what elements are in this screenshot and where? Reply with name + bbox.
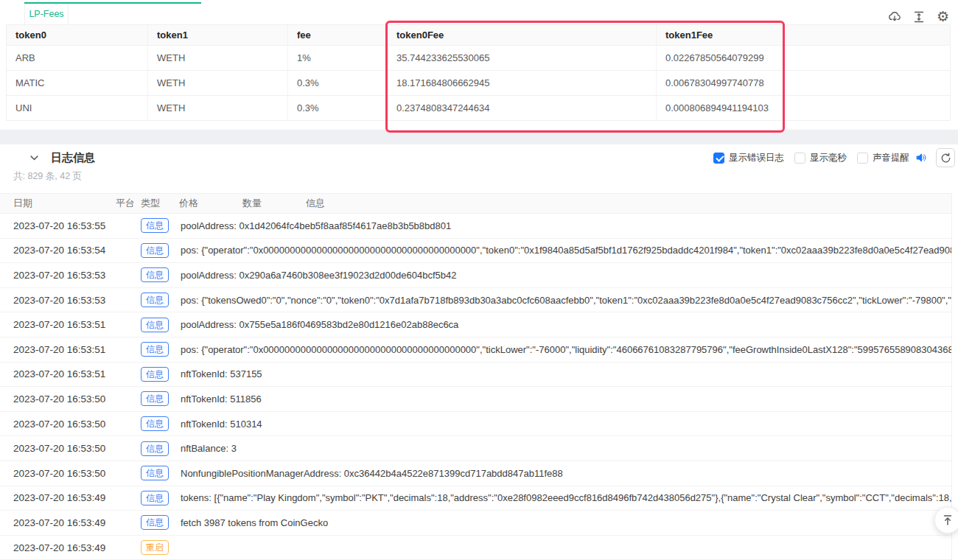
checkbox-label: 声音提醒 [873,152,909,164]
column-header: fee [288,25,388,45]
table-cell: UNI [7,96,148,120]
log-date: 2023-07-20 16:53:50 [0,468,116,479]
log-table: 日期平台类型价格数量信息 2023-07-20 16:53:55信息poolAd… [0,193,952,560]
log-type: 信息 [141,218,181,233]
log-row: 2023-07-20 16:53:51信息pos: {"operator":"0… [0,337,951,363]
refresh-button[interactable] [936,148,955,167]
checkbox-checked[interactable]: 显示错误日志 [713,152,784,164]
column-header: token1 [148,25,288,45]
table-cell: 0.00678304997740778 [657,71,950,95]
table-toolbar: ⚙ [888,10,949,24]
log-row: 2023-07-20 16:53:51信息poolAddress: 0x755e… [0,312,951,337]
log-row: 2023-07-20 16:53:49信息fetch 3987 tokens f… [0,511,951,536]
log-date: 2023-07-20 16:53:51 [0,344,116,355]
log-type: 信息 [141,466,181,480]
log-date: 2023-07-20 16:53:51 [0,368,116,379]
log-count: 共: 829 条, 42 页 [13,170,82,183]
column-header: token0 [7,25,148,45]
tab-lp-fees[interactable]: LP-Fees [24,4,69,24]
log-row: 2023-07-20 16:53:50信息nftBalance: 3 [0,436,951,461]
log-row: 2023-07-20 16:53:50信息NonfungiblePosition… [0,461,951,486]
log-date: 2023-07-20 16:53:54 [0,245,116,256]
lp-fees-table: token0token1feetoken0Feetoken1Fee ARBWET… [6,24,951,121]
checkbox-label: 显示错误日志 [729,152,784,164]
log-message: poolAddress: 0x290a6a7460b308ee3f19023d2… [181,270,951,281]
type-badge: 信息 [141,267,169,282]
tab-bar: LP-Fees ⚙ [0,0,958,24]
column-header: 信息 [306,197,951,210]
log-type: 信息 [141,243,181,258]
log-message: nftTokenId: 511856 [181,393,951,405]
log-date: 2023-07-20 16:53:55 [0,220,116,231]
table-cell: MATIC [7,71,148,95]
table-cell: 18.171684806662945 [388,71,657,95]
type-badge: 信息 [141,243,169,258]
table-cell: 35.744233625530065 [388,46,657,70]
table-row: ARBWETH1%35.7442336255300650.02267850564… [7,46,950,71]
column-header: 日期 [0,197,116,210]
cloud-download-icon[interactable] [888,10,901,24]
type-badge: 信息 [141,218,169,233]
log-row: 2023-07-20 16:53:49重启 [0,536,951,560]
back-to-top-button[interactable] [934,507,958,533]
log-date: 2023-07-20 16:53:49 [0,492,116,503]
table-cell: 0.2374808347244634 [388,96,657,120]
log-type: 信息 [141,491,181,505]
speaker-icon[interactable] [915,152,927,164]
checkbox-box[interactable] [713,153,724,164]
log-message: poolAddress: 0x1d42064fc4beb5f8aaf85f461… [181,220,951,231]
log-type: 信息 [141,318,181,332]
checkbox-unchecked[interactable]: 显示毫秒 [794,152,847,164]
log-type: 信息 [141,515,181,530]
log-row: 2023-07-20 16:53:54信息pos: {"operator":"0… [0,239,951,264]
log-row: 2023-07-20 16:53:49信息tokens: [{"name":"P… [0,486,951,511]
type-badge: 信息 [141,293,169,307]
log-date: 2023-07-20 16:53:49 [0,542,116,553]
log-date: 2023-07-20 16:53:50 [0,443,116,454]
log-date: 2023-07-20 16:53:53 [0,295,116,306]
column-header: 数量 [242,197,306,210]
type-badge: 信息 [141,416,169,431]
log-row: 2023-07-20 16:53:55信息poolAddress: 0x1d42… [0,214,951,239]
log-message: pos: {"operator":"0x00000000000000000000… [181,344,951,355]
checkbox-unchecked[interactable]: 声音提醒 [857,152,909,164]
log-table-body: 2023-07-20 16:53:55信息poolAddress: 0x1d42… [0,214,951,560]
log-type: 信息 [141,293,181,307]
type-badge: 信息 [141,342,169,357]
log-row: 2023-07-20 16:53:53信息poolAddress: 0x290a… [0,263,951,288]
log-type: 信息 [141,267,181,282]
table-row: MATICWETH0.3%18.1716848066629450.0067830… [7,71,950,96]
checkbox-box[interactable] [794,153,805,164]
table-cell: 0.3% [288,71,388,95]
table-row: UNIWETH0.3%0.23748083472446340.000806894… [7,96,950,121]
column-height-icon[interactable] [913,11,925,23]
column-header: 价格 [179,197,242,210]
type-badge: 信息 [141,515,169,530]
table-cell: 1% [288,46,388,70]
log-section-header: 日志信息 显示错误日志显示毫秒声音提醒 [0,144,958,171]
log-message: pos: {"operator":"0x00000000000000000000… [181,245,951,256]
type-badge: 信息 [141,466,169,480]
settings-icon[interactable]: ⚙ [937,10,949,24]
log-type: 信息 [141,367,181,382]
checkbox-box[interactable] [857,153,868,164]
column-header: token1Fee [657,25,950,45]
type-badge: 信息 [141,441,169,456]
log-date: 2023-07-20 16:53:50 [0,419,116,430]
log-row: 2023-07-20 16:53:51信息nftTokenId: 537155 [0,363,951,388]
log-message: tokens: [{"name":"Play Kingdom","symbol"… [181,492,951,503]
type-badge: 信息 [141,391,169,406]
lp-fees-table-header: token0token1feetoken0Feetoken1Fee [7,25,950,46]
log-type: 信息 [141,342,181,357]
log-message: nftTokenId: 537155 [181,368,951,379]
chevron-down-icon[interactable] [29,153,39,163]
table-cell: 0.000806894941194103 [657,96,950,120]
log-date: 2023-07-20 16:53:50 [0,393,116,405]
log-date: 2023-07-20 16:53:53 [0,270,116,281]
log-date: 2023-07-20 16:53:51 [0,319,116,330]
type-badge: 信息 [141,491,169,505]
type-badge: 信息 [141,318,169,332]
table-cell: WETH [148,46,288,70]
type-badge: 信息 [141,367,169,382]
column-header: 类型 [141,197,179,210]
